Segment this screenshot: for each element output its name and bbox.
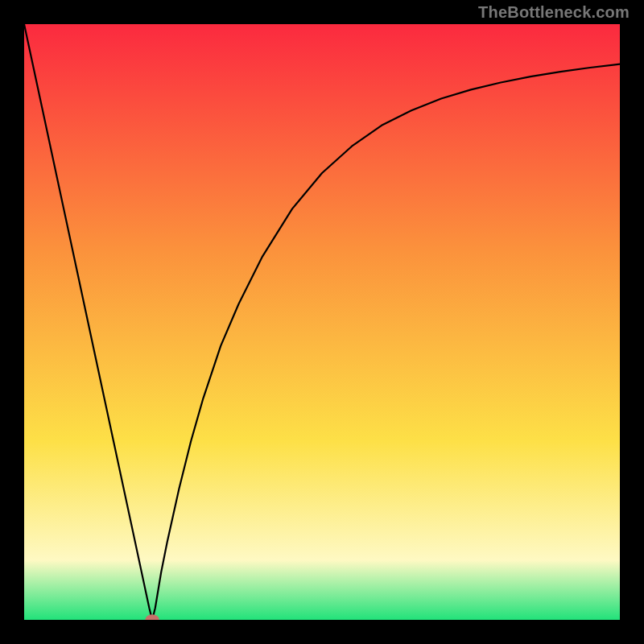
gradient-background [24,24,620,620]
watermark-text: TheBottleneck.com [478,3,630,22]
plot-area [24,24,620,620]
chart-svg [24,24,620,620]
chart-frame: TheBottleneck.com [0,0,644,644]
